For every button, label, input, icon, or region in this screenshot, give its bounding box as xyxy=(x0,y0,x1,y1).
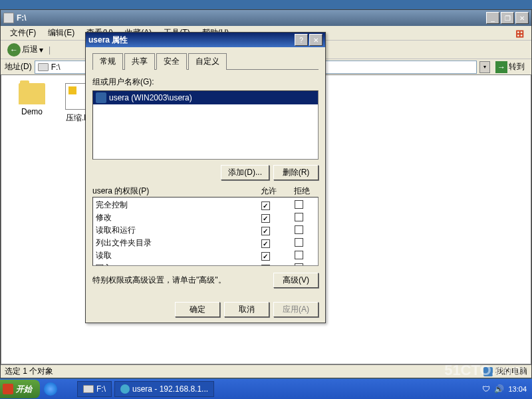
allow-checkbox[interactable] xyxy=(261,227,270,235)
tray-icon[interactable]: 🛡 xyxy=(482,384,490,394)
window-title: F:\ xyxy=(17,13,486,23)
tab-general[interactable]: 常规 xyxy=(92,53,123,70)
minimize-button[interactable]: _ xyxy=(486,12,499,24)
tray-icon[interactable]: 🔊 xyxy=(494,384,504,394)
back-label: 后退 xyxy=(22,44,38,55)
permission-row: 修改 xyxy=(94,211,317,224)
deny-checkbox[interactable] xyxy=(295,225,303,234)
permissions-listbox[interactable]: 完全控制修改读取和运行列出文件夹目录读取写入特别的权限 xyxy=(92,197,319,266)
menu-file[interactable]: 文件(F) xyxy=(5,26,41,40)
allow-column: 允许 xyxy=(252,186,285,197)
permission-row: 列出文件夹目录 xyxy=(94,237,317,249)
ql-desktop-icon[interactable] xyxy=(59,382,72,396)
permission-name: 读取和运行 xyxy=(96,225,249,236)
allow-checkbox[interactable] xyxy=(261,252,270,261)
permission-row: 完全控制 xyxy=(94,199,317,211)
back-dropdown-icon: ▾ xyxy=(39,45,43,55)
file-item-demo[interactable]: Demo xyxy=(12,83,52,116)
ql-ie-icon[interactable] xyxy=(44,382,57,396)
dialog-close-button[interactable]: ✕ xyxy=(309,34,323,46)
quick-launch xyxy=(40,382,76,396)
user-item[interactable]: usera (WIN2003\usera) xyxy=(93,91,318,104)
dialog-titlebar: usera 属性 ? ✕ xyxy=(86,33,325,47)
deny-column: 拒绝 xyxy=(285,186,319,197)
apply-button[interactable]: 应用(A) xyxy=(273,302,319,317)
task-explorer[interactable]: F:\ xyxy=(77,381,112,397)
permission-name: 读取 xyxy=(96,250,249,261)
allow-checkbox[interactable] xyxy=(261,265,270,267)
users-listbox[interactable]: usera (WIN2003\usera) xyxy=(92,90,319,160)
start-label: 开始 xyxy=(16,384,32,395)
status-text: 选定 1 个对象 xyxy=(5,366,53,377)
taskbar: 开始 F:\ usera - 192.168.8.1... 🛡 🔊 13:04 xyxy=(0,379,532,399)
go-label: 转到 xyxy=(509,61,525,72)
permission-row: 读取和运行 xyxy=(94,224,317,237)
drive-icon xyxy=(83,385,94,393)
cancel-button[interactable]: 取消 xyxy=(224,302,269,317)
deny-checkbox[interactable] xyxy=(295,213,303,221)
remote-icon xyxy=(120,384,130,394)
user-icon xyxy=(96,92,106,103)
permission-name: 列出文件夹目录 xyxy=(96,237,249,249)
properties-dialog: usera 属性 ? ✕ 常规 共享 安全 自定义 组或用户名称(G): use… xyxy=(85,32,326,323)
deny-checkbox[interactable] xyxy=(295,263,303,267)
go-button[interactable]: → 转到 xyxy=(493,60,527,74)
tabs: 常规 共享 安全 自定义 xyxy=(92,53,319,70)
folder-icon xyxy=(19,83,45,104)
permission-row: 读取 xyxy=(94,249,317,262)
close-button[interactable]: ✕ xyxy=(515,12,529,24)
address-dropdown-button[interactable]: ▾ xyxy=(479,61,490,73)
tab-sharing[interactable]: 共享 xyxy=(124,53,155,70)
allow-checkbox[interactable] xyxy=(261,201,270,210)
tab-security[interactable]: 安全 xyxy=(156,53,187,70)
remove-button[interactable]: 删除(R) xyxy=(273,165,319,180)
permissions-header: usera 的权限(P) 允许 拒绝 xyxy=(92,186,319,197)
task-remote[interactable]: usera - 192.168.8.1... xyxy=(114,381,214,397)
allow-checkbox[interactable] xyxy=(261,239,270,248)
file-label: Demo xyxy=(12,107,52,116)
allow-checkbox[interactable] xyxy=(261,214,270,223)
go-arrow-icon: → xyxy=(495,61,507,73)
user-label: usera (WIN2003\usera) xyxy=(109,93,192,102)
explorer-titlebar: F:\ _ ❐ ✕ xyxy=(1,10,531,26)
address-label: 地址(D) xyxy=(5,61,32,72)
windows-logo-icon: ⊞ xyxy=(510,26,529,41)
help-button[interactable]: ? xyxy=(295,34,308,46)
start-button[interactable]: 开始 xyxy=(0,380,40,398)
drive-icon xyxy=(38,63,49,71)
address-value: F:\ xyxy=(51,63,61,72)
deny-checkbox[interactable] xyxy=(295,238,303,247)
maximize-button[interactable]: ❐ xyxy=(501,12,514,24)
menu-edit[interactable]: 编辑(E) xyxy=(43,26,80,40)
permission-row: 写入 xyxy=(94,262,317,266)
task-label: usera - 192.168.8.1... xyxy=(132,384,208,394)
task-label: F:\ xyxy=(96,384,106,394)
permission-name: 完全控制 xyxy=(96,200,249,211)
clock[interactable]: 13:04 xyxy=(508,385,527,393)
back-arrow-icon: ← xyxy=(7,43,21,57)
permission-name: 写入 xyxy=(96,263,249,266)
ok-button[interactable]: 确定 xyxy=(175,302,220,317)
system-tray: 🛡 🔊 13:04 xyxy=(477,384,532,394)
deny-checkbox[interactable] xyxy=(295,251,303,259)
add-button[interactable]: 添加(D)... xyxy=(221,165,269,180)
deny-checkbox[interactable] xyxy=(295,200,303,209)
dialog-title: usera 属性 xyxy=(88,35,295,46)
special-text: 特别权限或高级设置，请单击"高级"。 xyxy=(92,275,268,286)
permission-name: 修改 xyxy=(96,212,249,223)
watermark: 51CTO.com xyxy=(444,362,525,379)
group-users-label: 组或用户名称(G): xyxy=(92,76,319,88)
tab-custom[interactable]: 自定义 xyxy=(188,53,227,70)
advanced-button[interactable]: 高级(V) xyxy=(273,273,319,288)
drive-icon xyxy=(3,13,14,23)
permissions-label: usera 的权限(P) xyxy=(92,186,252,197)
back-button[interactable]: ← 后退 ▾ xyxy=(5,42,46,58)
